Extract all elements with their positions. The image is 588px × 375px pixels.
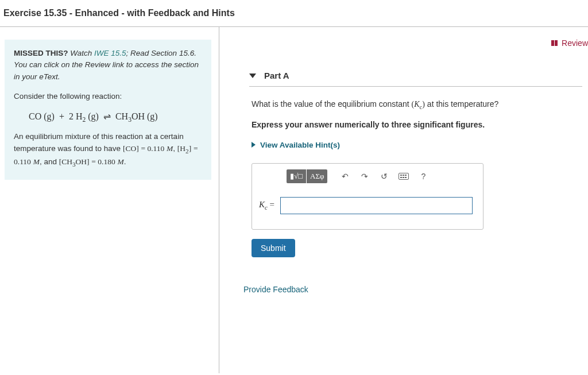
keyboard-icon <box>399 173 409 180</box>
symbols-button[interactable]: ΑΣφ <box>307 169 327 183</box>
review-link[interactable]: Review <box>551 38 588 48</box>
consider-text: Consider the following reaction: <box>14 91 202 103</box>
reset-button[interactable]: ↺ <box>376 169 393 183</box>
templates-button[interactable]: ▮√□ <box>287 169 306 183</box>
reaction-equation: CO (g) + 2 H2 (g) ⇌ CH3OH (g) <box>29 111 202 123</box>
answer-box: ▮√□ ΑΣφ ↶ ↷ ↺ ? Kc = <box>252 163 483 230</box>
caret-down-icon <box>249 74 256 78</box>
problem-description: An equilibrium mixture of this reaction … <box>14 131 202 169</box>
part-header[interactable]: Part A <box>249 71 582 87</box>
answer-variable-label: Kc = <box>259 200 274 211</box>
undo-button[interactable]: ↶ <box>336 169 354 183</box>
review-icon <box>551 40 558 46</box>
question-text: What is the value of the equilibrium con… <box>252 98 582 112</box>
submit-button[interactable]: Submit <box>252 239 295 257</box>
provide-feedback-link[interactable]: Provide Feedback <box>243 285 308 294</box>
missed-this-note: MISSED THIS? Watch IWE 15.5; Read Sectio… <box>14 48 202 83</box>
part-label: Part A <box>264 71 289 80</box>
problem-panel: MISSED THIS? Watch IWE 15.5; Read Sectio… <box>0 27 219 373</box>
exercise-title: Exercise 15.35 - Enhanced - with Feedbac… <box>0 2 588 27</box>
missed-this-label: MISSED THIS? <box>14 49 68 57</box>
keyboard-button[interactable] <box>395 169 412 183</box>
redo-button[interactable]: ↷ <box>356 169 373 183</box>
iwe-link[interactable]: IWE 15.5 <box>94 49 126 57</box>
answer-instruction: Express your answer numerically to three… <box>252 120 582 129</box>
equation-toolbar: ▮√□ ΑΣφ ↶ ↷ ↺ ? <box>252 164 483 189</box>
help-button[interactable]: ? <box>415 169 432 183</box>
caret-right-icon <box>252 142 256 148</box>
missed-watch: Watch <box>70 49 94 57</box>
answer-input[interactable] <box>280 197 473 214</box>
view-hints-toggle[interactable]: View Available Hint(s) <box>252 141 582 149</box>
